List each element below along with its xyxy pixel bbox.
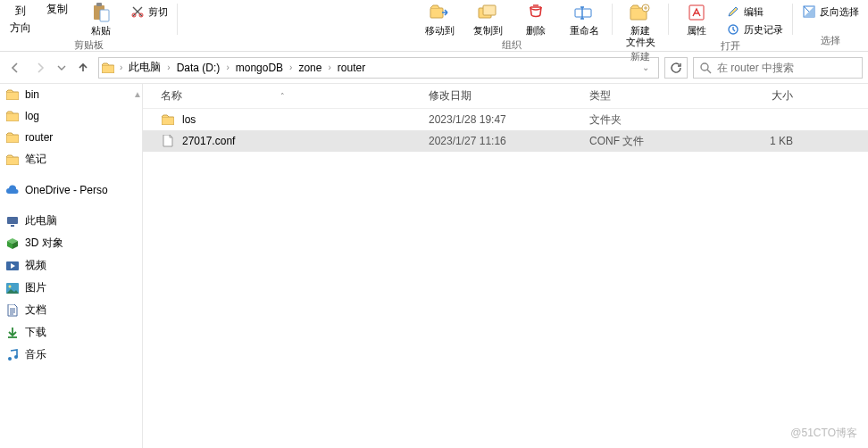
file-size: 1 KB bbox=[723, 135, 804, 147]
svg-rect-8 bbox=[575, 9, 591, 17]
ribbon-group-organize-label: 组织 bbox=[502, 37, 522, 55]
refresh-button[interactable] bbox=[664, 57, 688, 79]
nav-item[interactable]: bin bbox=[0, 84, 142, 105]
breadcrumb-item[interactable]: zone bbox=[296, 62, 323, 74]
copy-trailing-label: 到 bbox=[15, 4, 26, 19]
nav-item[interactable]: 笔记 bbox=[0, 148, 142, 170]
svg-rect-1 bbox=[96, 3, 102, 6]
music-icon bbox=[5, 348, 20, 362]
rename-button[interactable]: 重命名 bbox=[562, 2, 606, 37]
copy-to-button[interactable]: 复制到 bbox=[465, 2, 510, 37]
new-folder-button[interactable]: 新建 文件夹 bbox=[618, 2, 663, 48]
new-folder-label: 新建 文件夹 bbox=[626, 25, 655, 48]
move-to-icon bbox=[429, 2, 450, 23]
invert-selection-button[interactable]: 反向选择 bbox=[798, 4, 863, 20]
video-icon bbox=[5, 259, 20, 273]
ribbon-group-select: 反向选择 选择 bbox=[793, 0, 868, 51]
chevron-right-icon[interactable]: › bbox=[223, 62, 231, 72]
svg-rect-20 bbox=[7, 217, 18, 224]
delete-button[interactable]: 删除 bbox=[513, 2, 558, 37]
paste-label: 粘贴 bbox=[91, 25, 111, 37]
ribbon-group-new-label: 新建 bbox=[630, 48, 650, 67]
search-icon bbox=[699, 62, 712, 74]
rename-icon bbox=[573, 2, 595, 23]
move-to-button[interactable]: 移动到 bbox=[417, 2, 462, 37]
copy-label: 复制 bbox=[46, 2, 68, 17]
ribbon: 到 方向 复制 粘贴 剪切 剪贴板 bbox=[0, 0, 868, 52]
svg-rect-21 bbox=[11, 225, 14, 227]
folder-icon bbox=[161, 112, 175, 127]
breadcrumb[interactable]: › 此电脑 › Data (D:) › mongoDB › zone › rou… bbox=[98, 57, 659, 79]
paste-button[interactable]: 粘贴 bbox=[79, 2, 123, 37]
svg-rect-27 bbox=[162, 117, 174, 125]
chevron-right-icon[interactable]: › bbox=[164, 62, 172, 72]
watermark: @51CTO博客 bbox=[790, 426, 857, 441]
edit-button[interactable]: 编辑 bbox=[722, 4, 787, 20]
nav-item[interactable]: 此电脑 bbox=[0, 210, 142, 232]
column-name[interactable]: 名称˄ bbox=[161, 88, 429, 104]
nav-item[interactable]: 音乐 bbox=[0, 344, 142, 366]
nav-item[interactable]: 图片 bbox=[0, 277, 142, 299]
scroll-up-icon[interactable]: ▲ bbox=[133, 89, 140, 99]
breadcrumb-item[interactable]: Data (D:) bbox=[175, 62, 222, 74]
up-button[interactable] bbox=[73, 58, 93, 78]
svg-point-24 bbox=[9, 285, 12, 287]
file-icon bbox=[161, 134, 175, 148]
column-name-label: 名称 bbox=[161, 88, 182, 104]
nav-item[interactable]: router bbox=[0, 127, 142, 148]
properties-button[interactable]: 属性 bbox=[674, 2, 719, 37]
nav-pane: ▲ binlogrouter笔记OneDrive - Perso此电脑3D 对象… bbox=[0, 84, 143, 448]
nav-item-label: log bbox=[25, 110, 39, 122]
breadcrumb-item[interactable]: router bbox=[336, 62, 367, 74]
rename-label: 重命名 bbox=[570, 25, 599, 37]
file-row[interactable]: 27017.conf2023/1/27 11:16CONF 文件1 KB bbox=[143, 130, 868, 152]
folder-icon bbox=[5, 153, 20, 167]
edit-label: 编辑 bbox=[744, 5, 764, 19]
search-box[interactable] bbox=[693, 57, 863, 79]
chevron-right-icon[interactable]: › bbox=[117, 62, 125, 72]
file-name: los bbox=[182, 113, 429, 126]
nav-item-label: bin bbox=[25, 88, 39, 101]
svg-rect-16 bbox=[6, 92, 19, 100]
history-button[interactable]: 历史记录 bbox=[722, 21, 787, 37]
copy-button[interactable]: 复制 bbox=[39, 2, 75, 17]
address-bar: › 此电脑 › Data (D:) › mongoDB › zone › rou… bbox=[0, 52, 868, 84]
back-button[interactable] bbox=[5, 58, 25, 78]
svg-rect-11 bbox=[689, 5, 704, 20]
nav-item[interactable]: OneDrive - Perso bbox=[0, 179, 142, 201]
svg-rect-5 bbox=[430, 8, 443, 18]
file-row[interactable]: los2023/1/28 19:47文件夹 bbox=[143, 109, 868, 130]
sort-indicator-icon: ˄ bbox=[280, 92, 285, 101]
svg-rect-18 bbox=[6, 135, 19, 143]
chevron-right-icon[interactable]: › bbox=[287, 62, 295, 72]
folder-icon bbox=[5, 109, 20, 123]
nav-item[interactable]: 下载 bbox=[0, 321, 142, 344]
chevron-right-icon[interactable]: › bbox=[325, 62, 333, 72]
properties-icon bbox=[686, 2, 707, 23]
svg-rect-2 bbox=[100, 10, 109, 21]
column-type[interactable]: 类型 bbox=[589, 88, 723, 104]
column-headers: 名称˄ 修改日期 类型 大小 bbox=[143, 84, 868, 109]
cut-icon bbox=[130, 4, 145, 19]
nav-item[interactable]: 文档 bbox=[0, 299, 142, 321]
svg-rect-17 bbox=[6, 113, 19, 121]
folder-icon bbox=[5, 130, 20, 145]
search-input[interactable] bbox=[717, 62, 856, 74]
nav-item[interactable]: log bbox=[0, 105, 142, 127]
forward-button[interactable] bbox=[30, 58, 50, 78]
column-modified[interactable]: 修改日期 bbox=[429, 88, 589, 104]
nav-item[interactable]: 3D 对象 bbox=[0, 232, 142, 254]
breadcrumb-item[interactable]: 此电脑 bbox=[127, 60, 163, 75]
ribbon-group-organize: 移动到 复制到 删除 重命名 组织 bbox=[412, 0, 612, 51]
delete-icon bbox=[525, 2, 547, 23]
breadcrumb-item[interactable]: mongoDB bbox=[234, 62, 285, 74]
nav-item[interactable]: 视频 bbox=[0, 254, 142, 277]
nav-item-label: 此电脑 bbox=[25, 213, 57, 228]
history-icon bbox=[726, 22, 740, 37]
cut-button[interactable]: 剪切 bbox=[127, 4, 171, 20]
invert-selection-label: 反向选择 bbox=[820, 5, 859, 19]
recent-button[interactable] bbox=[55, 58, 68, 78]
column-size[interactable]: 大小 bbox=[723, 88, 804, 104]
nav-item-label: 文档 bbox=[25, 303, 46, 318]
move-to-label: 移动到 bbox=[425, 25, 455, 37]
